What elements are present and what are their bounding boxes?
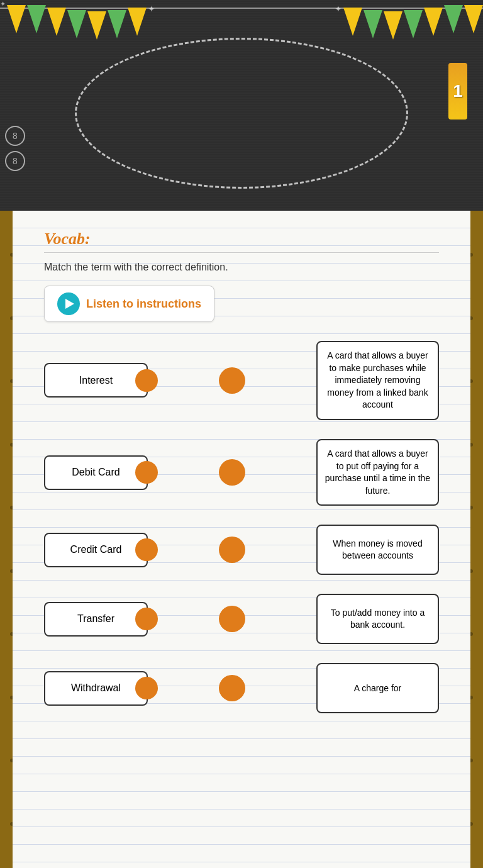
paper-section: Vocab: Match the term with the correct d… [13, 211, 470, 868]
chalkboard-header: ✦ ✦ ✦ 1 8 8 [0, 0, 483, 211]
match-instruction: Match the term with the correct definiti… [44, 262, 439, 273]
match-row-credit-card: Credit Card When money is moved between … [44, 525, 439, 575]
term-interest[interactable]: Interest [44, 363, 148, 398]
term-dot-withdrawal [135, 677, 158, 699]
connector-withdrawal [148, 675, 316, 701]
left-bunting: ✦ ✦ [0, 0, 155, 40]
flag-12 [424, 8, 443, 36]
match-row-debit-card: Debit Card A card that allows a buyer to… [44, 439, 439, 506]
vocab-divider [44, 252, 439, 253]
def-box-1[interactable]: A card that allows a buyer to make purch… [316, 341, 439, 420]
term-withdrawal[interactable]: Withdrawal [44, 671, 148, 706]
connector-dot-credit [219, 537, 245, 563]
play-triangle [65, 299, 74, 309]
paper-content: Vocab: Match the term with the correct d… [44, 230, 439, 720]
flag-13 [444, 5, 463, 33]
connector-dot-transfer [219, 606, 245, 632]
connector-dot-interest [219, 367, 245, 394]
score-circle-2: 8 [5, 151, 25, 171]
flag-6 [108, 10, 126, 38]
vocab-title: Vocab: [44, 230, 439, 248]
def-box-3[interactable]: When money is moved between accounts [316, 525, 439, 575]
ruler-icon: 1 [448, 63, 467, 120]
term-dot-credit [135, 538, 158, 561]
flag-2 [27, 5, 46, 33]
score-circle-1: 8 [5, 126, 25, 146]
def-box-2[interactable]: A card that allows a buyer to put off pa… [316, 439, 439, 506]
flag-8 [343, 8, 362, 36]
flag-11 [404, 10, 423, 38]
oval-frame [75, 38, 408, 189]
match-area: Interest A card that allows a buyer to m… [44, 341, 439, 720]
term-dot-transfer [135, 608, 158, 630]
term-debit-card[interactable]: Debit Card [44, 455, 148, 490]
right-bunting: ✦ [335, 0, 483, 40]
score-tracker: 8 8 [5, 126, 25, 171]
term-dot-interest [135, 369, 158, 392]
match-row-transfer: Transfer To put/add money into a bank ac… [44, 594, 439, 644]
flag-3 [47, 8, 66, 36]
connector-dot-withdrawal [219, 675, 245, 701]
def-box-5[interactable]: A charge for [316, 663, 439, 713]
connector-debit [148, 459, 316, 486]
flag-5 [87, 11, 106, 40]
connector-dot-debit [219, 459, 245, 486]
flag-14 [464, 5, 483, 33]
listen-label: Listen to instructions [86, 298, 201, 311]
flag-4 [67, 10, 86, 38]
connector-interest [148, 367, 316, 394]
term-credit-card[interactable]: Credit Card [44, 533, 148, 567]
play-icon [57, 292, 80, 315]
term-dot-debit [135, 461, 158, 484]
connector-transfer [148, 606, 316, 632]
flag-7 [128, 8, 147, 36]
flag-10 [384, 11, 402, 40]
def-box-4[interactable]: To put/add money into a bank account. [316, 594, 439, 644]
term-transfer[interactable]: Transfer [44, 602, 148, 637]
match-row-withdrawal: Withdrawal A charge for [44, 663, 439, 713]
match-row-interest: Interest A card that allows a buyer to m… [44, 341, 439, 420]
connector-credit [148, 537, 316, 563]
listen-button[interactable]: Listen to instructions [44, 286, 214, 322]
flag-9 [364, 10, 382, 38]
flag-1 [7, 5, 26, 33]
